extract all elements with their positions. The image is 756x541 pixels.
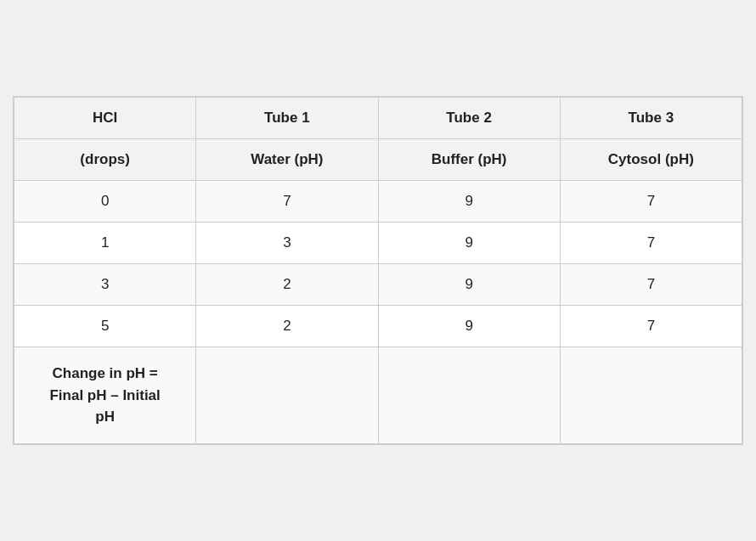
footer-tube1 — [196, 347, 378, 444]
subheader-tube1: Water (pH) — [196, 139, 378, 181]
cell-hci-1: 1 — [14, 223, 196, 264]
cell-hci-3: 5 — [14, 306, 196, 347]
cell-tube1-2: 2 — [196, 264, 378, 306]
footer-tube2 — [378, 347, 560, 444]
footer-row: Change in pH = Final pH – Initial pH — [14, 347, 742, 444]
cell-tube2-2: 9 — [378, 264, 560, 306]
subheader-hci: (drops) — [14, 139, 196, 181]
cell-tube1-0: 7 — [196, 181, 378, 223]
cell-tube3-3: 7 — [560, 306, 742, 347]
footer-label: Change in pH = Final pH – Initial pH — [14, 347, 196, 444]
footer-tube3 — [560, 347, 742, 444]
header-tube2: Tube 2 — [378, 98, 560, 139]
cell-tube3-0: 7 — [560, 181, 742, 223]
main-table-container: HCI Tube 1 Tube 2 Tube 3 (drops) Water (… — [13, 96, 743, 445]
cell-tube2-3: 9 — [378, 306, 560, 347]
subheader-tube3: Cytosol (pH) — [560, 139, 742, 181]
cell-tube1-1: 3 — [196, 223, 378, 264]
table-row: 3297 — [14, 264, 742, 306]
header-tube1: Tube 1 — [196, 98, 378, 139]
table-row: 5297 — [14, 306, 742, 347]
cell-tube1-3: 2 — [196, 306, 378, 347]
cell-tube2-0: 9 — [378, 181, 560, 223]
cell-tube3-2: 7 — [560, 264, 742, 306]
data-table: HCI Tube 1 Tube 2 Tube 3 (drops) Water (… — [14, 97, 742, 444]
header-tube3: Tube 3 — [560, 98, 742, 139]
header-hci: HCI — [14, 98, 196, 139]
cell-tube3-1: 7 — [560, 223, 742, 264]
cell-tube2-1: 9 — [378, 223, 560, 264]
subheader-tube2: Buffer (pH) — [378, 139, 560, 181]
cell-hci-2: 3 — [14, 264, 196, 306]
cell-hci-0: 0 — [14, 181, 196, 223]
table-row: 1397 — [14, 223, 742, 264]
table-row: 0797 — [14, 181, 742, 223]
